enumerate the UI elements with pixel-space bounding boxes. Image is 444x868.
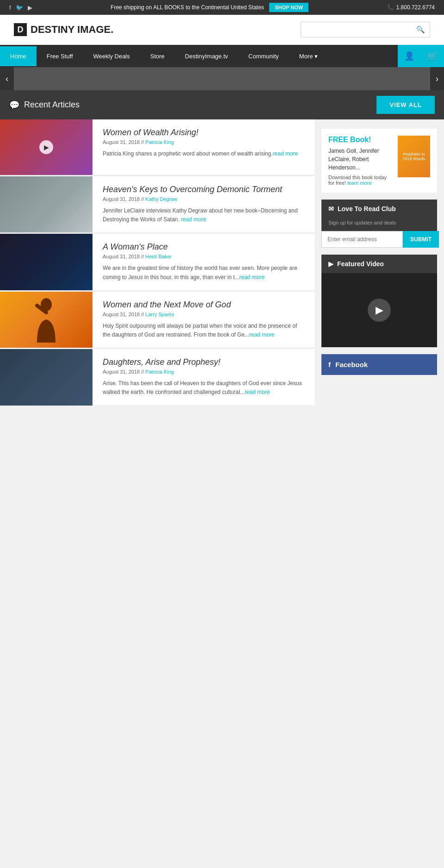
shipping-text: Free shipping on ALL BOOKS to the Contin… [111, 4, 264, 11]
article-card: Women and the Next Move of God August 31… [0, 292, 314, 348]
phone-text: 1.800.722.6774 [396, 4, 435, 11]
recent-articles-label: Recent Articles [24, 100, 80, 110]
article-card: Daughters, Arise and Prophesy! August 31… [0, 349, 314, 406]
article-thumbnail [0, 234, 92, 290]
article-author[interactable]: Heidi Baker [145, 254, 172, 259]
article-date: August 31, 2018 [103, 196, 140, 202]
shop-now-button[interactable]: SHOP NOW [269, 3, 308, 12]
article-title[interactable]: A Woman's Place [103, 242, 304, 252]
love-to-read-subtitle: Sign up for updates and deals [321, 218, 437, 231]
read-more-link[interactable]: read more [181, 216, 206, 223]
nav-icons: 👤 🛒 [398, 45, 444, 67]
phone-number: 📞 1.800.722.6774 [387, 4, 435, 11]
email-form: SUBMIT [321, 231, 437, 248]
free-book-widget: FREE Book! James Goll, Jennifer LeClaire… [321, 129, 437, 193]
email-input[interactable] [321, 231, 403, 248]
view-all-button[interactable]: VIEW ALL [376, 96, 435, 114]
logo-d-icon: D [14, 23, 27, 36]
featured-video-title: Featured Video [337, 260, 384, 268]
video-play-icon[interactable]: ▶ [368, 299, 391, 322]
nav-item-weekly-deals[interactable]: Weekly Deals [83, 46, 140, 66]
logo[interactable]: D DESTINY IMAGE. [14, 23, 113, 36]
article-meta: August 31, 2018 // Kathy Degraw [103, 196, 304, 202]
article-excerpt: Arise. This has been the call of Heaven … [103, 379, 304, 397]
silhouette-decoration [0, 292, 92, 348]
article-author[interactable]: Kathy Degraw [145, 196, 177, 202]
article-meta: August 31, 2018 // Patricia King [103, 369, 304, 375]
nav-item-free-stuff[interactable]: Free Stuff [37, 46, 83, 66]
read-more-link[interactable]: read more [249, 331, 275, 338]
article-author[interactable]: Patricia King [145, 139, 174, 145]
article-thumbnail [0, 176, 92, 232]
cart-icon[interactable]: 🛒 [421, 45, 444, 67]
nav-item-community[interactable]: Community [238, 46, 289, 66]
nav-item-destinyimage-tv[interactable]: DestinyImage.tv [175, 46, 238, 66]
play-icon[interactable]: ▶ [39, 140, 53, 154]
article-info: Heaven's Keys to Overcoming Demonic Torm… [92, 176, 314, 232]
read-more-link[interactable]: read more [273, 150, 298, 157]
top-bar: f 🐦 ▶ Free shipping on ALL BOOKS to the … [0, 0, 444, 15]
submit-button[interactable]: SUBMIT [403, 231, 439, 248]
article-author[interactable]: Patricia King [145, 369, 174, 375]
free-book-label: FREE Book! [328, 136, 393, 144]
article-meta: August 31, 2018 // Patricia King [103, 139, 304, 145]
article-excerpt: Jennifer LeClaire interviews Kathy Degra… [103, 206, 304, 224]
article-info: Women and the Next Move of God August 31… [92, 292, 314, 348]
phone-icon: 📞 [387, 4, 394, 11]
youtube-icon: ▶ [328, 260, 333, 268]
love-to-read-widget: ✉ Love To Read Club Sign up for updates … [321, 200, 437, 248]
video-placeholder[interactable]: ▶ [321, 273, 437, 347]
shipping-message: Free shipping on ALL BOOKS to the Contin… [32, 3, 387, 12]
free-book-download: Download this book today for free! learn… [328, 175, 393, 186]
featured-video-header: ▶ Featured Video [321, 255, 437, 273]
facebook-widget[interactable]: f Facebook [321, 354, 437, 375]
article-card: Heaven's Keys to Overcoming Demonic Torm… [0, 176, 314, 233]
logo-text: DESTINY IMAGE. [31, 24, 113, 36]
search-input[interactable] [301, 23, 412, 37]
love-to-read-title: Love To Read Club [338, 205, 396, 212]
navigation: Home Free Stuff Weekly Deals Store Desti… [0, 45, 444, 67]
article-title[interactable]: Daughters, Arise and Prophesy! [103, 357, 304, 367]
article-card: ▶ Women of Wealth Arising! August 31, 20… [0, 119, 314, 175]
sidebar: FREE Book! James Goll, Jennifer LeClaire… [314, 119, 444, 407]
youtube-social-link[interactable]: ▶ [28, 4, 32, 11]
facebook-social-link[interactable]: f [9, 4, 11, 11]
article-info: Women of Wealth Arising! August 31, 2018… [92, 119, 314, 175]
article-date: August 31, 2018 [103, 254, 140, 259]
account-icon[interactable]: 👤 [398, 45, 421, 67]
search-bar: 🔍 [301, 22, 430, 37]
header: D DESTINY IMAGE. 🔍 [0, 15, 444, 45]
article-title[interactable]: Heaven's Keys to Overcoming Demonic Torm… [103, 185, 304, 194]
articles-section: ▶ Women of Wealth Arising! August 31, 20… [0, 119, 314, 407]
nav-item-more[interactable]: More ▾ [289, 46, 328, 66]
facebook-icon: f [328, 361, 331, 368]
article-info: A Woman's Place August 31, 2018 // Heidi… [92, 234, 314, 290]
twitter-social-link[interactable]: 🐦 [16, 4, 23, 11]
carousel: ‹ › [0, 67, 444, 90]
nav-item-store[interactable]: Store [140, 46, 175, 66]
recent-articles-title: 💬 Recent Articles [9, 100, 80, 110]
read-more-link[interactable]: read more [240, 274, 265, 281]
article-excerpt: Holy Spirit outpouring will always be pa… [103, 322, 304, 339]
recent-articles-header: 💬 Recent Articles VIEW ALL [0, 90, 444, 119]
article-excerpt: Patricia King shares a prophetic word ab… [103, 150, 304, 158]
nav-item-home[interactable]: Home [0, 46, 37, 66]
article-title[interactable]: Women and the Next Move of God [103, 300, 304, 310]
article-card: A Woman's Place August 31, 2018 // Heidi… [0, 234, 314, 290]
article-meta: August 31, 2018 // Heidi Baker [103, 254, 304, 259]
carousel-prev-button[interactable]: ‹ [0, 67, 14, 90]
article-date: August 31, 2018 [103, 369, 140, 375]
article-meta: August 31, 2018 // Larry Sparks [103, 312, 304, 317]
learn-more-link[interactable]: learn more [347, 180, 372, 186]
article-thumbnail [0, 292, 92, 348]
article-title[interactable]: Women of Wealth Arising! [103, 128, 304, 137]
comment-icon: 💬 [9, 100, 19, 110]
article-date: August 31, 2018 [103, 312, 140, 317]
article-excerpt: We are in the greatest time of history t… [103, 264, 304, 281]
love-to-read-header: ✉ Love To Read Club [321, 200, 437, 218]
carousel-next-button[interactable]: › [430, 67, 444, 90]
search-button[interactable]: 🔍 [412, 22, 430, 37]
main-content: ▶ Women of Wealth Arising! August 31, 20… [0, 119, 444, 407]
read-more-link[interactable]: read more [245, 389, 270, 395]
article-author[interactable]: Larry Sparks [145, 312, 174, 317]
